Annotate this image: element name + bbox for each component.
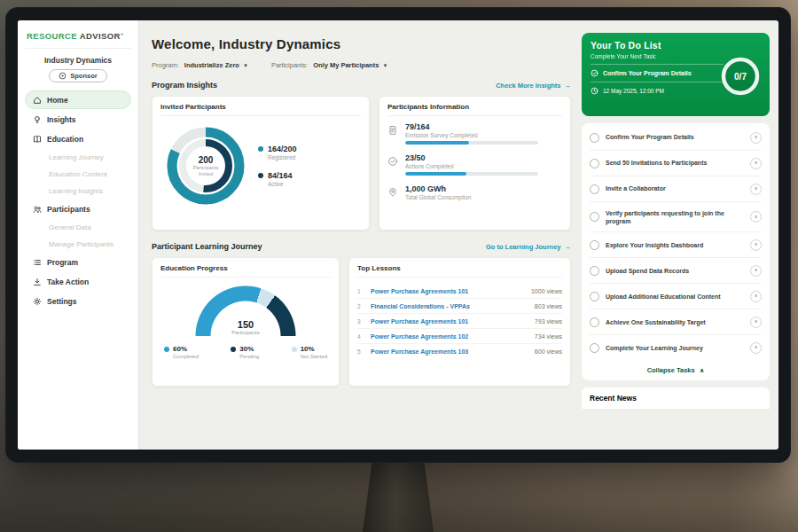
lesson-row[interactable]: 4 Power Purchase Agreements 102 734 view… <box>357 329 562 344</box>
info-row-actions: 23/50 Actions Completed <box>387 153 562 176</box>
todo-next-task[interactable]: Confirm Your Program Details <box>591 64 724 82</box>
sidebar-item-program[interactable]: Program <box>25 253 131 271</box>
sidebar-item-education[interactable]: Education <box>25 129 131 148</box>
sponsor-badge[interactable]: Sponsor <box>49 69 106 82</box>
program-filter-label: Program: <box>152 61 179 69</box>
lesson-row[interactable]: 3 Power Purchase Agreements 101 793 view… <box>357 314 562 329</box>
task-row[interactable]: Confirm Your Program Details › <box>590 125 762 151</box>
chevron-down-icon: ▼ <box>243 63 248 68</box>
lesson-row[interactable]: 1 Power Purchase Agreements 101 1000 vie… <box>357 284 562 299</box>
participants-select[interactable]: Only My Participants ▼ <box>313 61 387 69</box>
task-row[interactable]: Verify participants requesting to join t… <box>590 202 762 232</box>
gauge-center-label: 150 Participants <box>193 319 298 336</box>
sidebar-item-label: Insights <box>47 115 76 124</box>
education-progress-card: Education Progress 150 Participants <box>152 257 340 387</box>
lesson-link[interactable]: Financial Considerations - VPPAs <box>371 303 528 309</box>
survey-icon <box>387 123 398 134</box>
todo-progress-count: 0/7 <box>720 56 761 97</box>
participants-select-value: Only My Participants <box>313 61 379 69</box>
legend-dot <box>292 347 297 352</box>
sidebar-item-learning-journey[interactable]: Learning Journey <box>25 149 131 165</box>
main-content: Welcome, Industry Dynamics Program: Indu… <box>139 20 580 450</box>
chevron-right-icon[interactable]: › <box>750 184 762 195</box>
collapse-tasks-button[interactable]: Collapse Tasks ∧ <box>647 366 705 374</box>
todo-tasks-card: Confirm Your Program Details › Send 50 I… <box>582 123 770 380</box>
lesson-link[interactable]: Power Purchase Agreements 101 <box>371 288 525 294</box>
legend-item-registered: 164/200 Registered <box>258 145 297 160</box>
task-checkbox[interactable] <box>590 343 599 353</box>
legend-dot <box>258 173 263 178</box>
legend-item-active: 84/164 Active <box>258 171 297 187</box>
arrow-right-icon: → <box>565 82 572 90</box>
legend-dot <box>231 347 236 352</box>
sidebar-item-label: Learning Insights <box>49 187 103 195</box>
chevron-up-icon: ∧ <box>700 367 705 374</box>
sidebar-item-label: Take Action <box>47 278 89 286</box>
task-checkbox[interactable] <box>590 240 599 250</box>
learning-journey-header: Participant Learning Journey Go to Learn… <box>152 242 571 251</box>
logo-text-secondary: ADVISOR <box>80 31 121 41</box>
task-checkbox[interactable] <box>590 159 599 168</box>
chevron-right-icon[interactable]: › <box>750 211 762 223</box>
todo-progress-ring: 0/7 <box>720 56 761 97</box>
survey-progress-bar <box>405 141 538 145</box>
check-more-insights-link[interactable]: Check More Insights → <box>496 82 571 90</box>
legend-dot <box>258 146 263 152</box>
chevron-right-icon[interactable]: › <box>750 132 762 144</box>
participants-information-card: Participants Information 79/164 Emission… <box>379 96 571 231</box>
program-select[interactable]: Industrialize Zero ▼ <box>184 61 248 69</box>
section-title: Participant Learning Journey <box>152 242 262 251</box>
task-checkbox[interactable] <box>590 184 599 194</box>
sidebar-item-label: Manage Participants <box>49 240 113 248</box>
lesson-row[interactable]: 5 Power Purchase Agreements 103 600 view… <box>357 344 562 358</box>
sidebar-item-label: Program <box>47 258 78 267</box>
lesson-link[interactable]: Power Purchase Agreements 103 <box>371 348 528 355</box>
task-checkbox[interactable] <box>590 292 599 301</box>
task-row[interactable]: Achieve One Sustainability Target › <box>590 309 762 335</box>
task-checkbox[interactable] <box>590 266 599 276</box>
task-checkbox[interactable] <box>590 317 599 327</box>
task-row[interactable]: Explore Your Insights Dashboard › <box>590 232 762 258</box>
chevron-right-icon[interactable]: › <box>750 342 762 354</box>
todo-title: Your To Do List <box>591 40 761 51</box>
task-row[interactable]: Complete Your Learning Journey › <box>590 335 762 360</box>
task-checkbox[interactable] <box>590 133 599 143</box>
task-row[interactable]: Invite a Collaborator › <box>590 176 762 202</box>
go-to-learning-journey-link[interactable]: Go to Learning Journey → <box>486 243 571 251</box>
sidebar-item-education-content[interactable]: Education Content <box>25 166 131 182</box>
chevron-right-icon[interactable]: › <box>750 317 762 328</box>
sidebar-item-take-action[interactable]: Take Action <box>25 272 131 291</box>
sidebar-item-insights[interactable]: Insights <box>25 110 131 129</box>
logo-text-primary: RESOURCE <box>27 31 77 41</box>
education-gauge-chart: 150 Participants <box>193 284 298 336</box>
lesson-link[interactable]: Power Purchase Agreements 101 <box>371 318 528 325</box>
task-row[interactable]: Upload Additional Educational Content › <box>590 284 762 309</box>
task-checkbox[interactable] <box>590 212 599 222</box>
chevron-right-icon[interactable]: › <box>750 265 762 277</box>
chevron-down-icon: ▼ <box>382 63 387 68</box>
legend-dot <box>164 347 169 352</box>
sidebar-item-manage-participants[interactable]: Manage Participants <box>25 236 131 252</box>
actions-progress-bar <box>405 172 538 176</box>
program-icon <box>33 258 42 267</box>
gauge-legend: 60% Completed 30% Pending <box>160 336 331 359</box>
recent-news-header[interactable]: Recent News <box>582 387 770 409</box>
chevron-right-icon[interactable]: › <box>750 291 762 302</box>
clock-icon <box>591 87 598 95</box>
lesson-link[interactable]: Power Purchase Agreements 102 <box>371 333 528 340</box>
sidebar-item-settings[interactable]: Settings <box>25 292 131 310</box>
sidebar-item-home[interactable]: Home <box>25 90 131 109</box>
sidebar-item-general-data[interactable]: General Data <box>25 219 131 235</box>
task-row[interactable]: Upload Spend Data Records › <box>590 258 762 284</box>
todo-due-date: 12 May 2025, 12:00 PM <box>591 82 724 95</box>
sponsor-label: Sponsor <box>70 72 97 80</box>
sidebar-item-learning-insights[interactable]: Learning Insights <box>25 183 131 199</box>
sidebar-nav: Home Insights Education Learning Journey <box>25 90 131 310</box>
sidebar-item-participants[interactable]: Participants <box>25 200 131 218</box>
lesson-row[interactable]: 2 Financial Considerations - VPPAs 803 v… <box>357 299 562 314</box>
chevron-right-icon[interactable]: › <box>750 239 762 251</box>
task-row[interactable]: Send 50 Invitations to Participants › <box>590 151 762 176</box>
actions-icon <box>387 154 398 165</box>
chevron-right-icon[interactable]: › <box>750 158 762 169</box>
sidebar-item-label: Education <box>47 135 83 144</box>
